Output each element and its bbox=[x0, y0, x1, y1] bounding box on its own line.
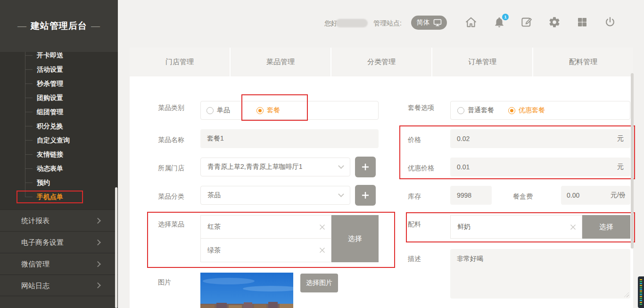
select-dishes-button[interactable]: 选择 bbox=[331, 215, 379, 262]
sidebar-item-group[interactable]: 组团管理 bbox=[0, 105, 118, 119]
radio-label: 单品 bbox=[217, 106, 230, 115]
dish-class-label: 菜品分类 bbox=[158, 192, 184, 201]
description-value: 非常好喝 bbox=[457, 255, 483, 262]
dish-image bbox=[200, 273, 293, 308]
discount-price-input[interactable]: 0.01 元 bbox=[450, 158, 630, 176]
sidebar-item-points[interactable]: 积分兑换 bbox=[0, 119, 118, 133]
price-label: 价格 bbox=[408, 136, 421, 144]
sidebar-section-wechat[interactable]: 微信管理 bbox=[0, 253, 118, 275]
gear-icon[interactable] bbox=[547, 16, 561, 30]
sidebar-item-reservation[interactable]: 预约 bbox=[0, 175, 118, 190]
selected-dish-value: 绿茶 bbox=[207, 246, 221, 255]
stock-value: 9998 bbox=[457, 191, 471, 199]
add-store-button[interactable] bbox=[355, 157, 376, 177]
select-ingredient-button[interactable]: 选择 bbox=[582, 215, 630, 239]
combo-option-radio-group: 普通套餐 优惠套餐 bbox=[450, 101, 630, 120]
tab-bar: 门店管理 菜品管理 分类管理 订单管理 配料管理 bbox=[130, 48, 633, 76]
sidebar-item-groupbuy[interactable]: 团购设置 bbox=[0, 91, 118, 105]
close-icon[interactable] bbox=[319, 224, 325, 230]
sidebar-item-links[interactable]: 友情链接 bbox=[0, 147, 118, 161]
sidebar-scrollbar[interactable] bbox=[115, 187, 117, 308]
sidebar-item-mobile-order[interactable]: 手机点单 bbox=[0, 190, 118, 204]
side-widget-stripe bbox=[640, 279, 642, 305]
plus-icon bbox=[361, 162, 370, 172]
description-textarea[interactable]: 非常好喝 bbox=[450, 249, 630, 299]
sidebar-item-custom-query[interactable]: 自定义查询 bbox=[0, 133, 118, 147]
selected-dish-row: 红茶 bbox=[200, 215, 331, 239]
section-label: 微信管理 bbox=[21, 260, 50, 268]
box-fee-value: 0.00 bbox=[567, 191, 579, 199]
chevron-right-icon bbox=[95, 283, 101, 289]
tab-category-management[interactable]: 分类管理 bbox=[331, 48, 431, 76]
section-label: 统计报表 bbox=[21, 216, 50, 225]
stock-input[interactable]: 9998 bbox=[450, 186, 492, 205]
power-icon[interactable] bbox=[603, 16, 617, 30]
tab-store-management[interactable]: 门店管理 bbox=[130, 48, 230, 76]
box-fee-unit: 元/份 bbox=[611, 191, 626, 200]
dish-name-label: 菜品名称 bbox=[158, 136, 184, 144]
chevron-down-icon bbox=[338, 191, 344, 197]
content-scrollbar[interactable] bbox=[631, 73, 634, 249]
combo-option-label: 套餐选项 bbox=[408, 104, 434, 112]
dish-class-select[interactable]: 茶品 bbox=[200, 186, 350, 205]
app-logo: — 建站管理后台 — bbox=[0, 0, 118, 52]
sidebar-item-dynamic-form[interactable]: 动态表单 bbox=[0, 161, 118, 175]
radio-combo[interactable]: 套餐 bbox=[256, 106, 280, 115]
language-button[interactable]: 简体 bbox=[411, 16, 447, 30]
dish-class-value: 茶品 bbox=[207, 191, 221, 200]
box-fee-input[interactable]: 0.00 元/份 bbox=[561, 186, 630, 205]
sidebar-item-activity[interactable]: 活动设置 bbox=[0, 62, 118, 76]
box-fee-label: 餐盒费 bbox=[513, 192, 533, 201]
price-unit: 元 bbox=[617, 134, 624, 143]
side-widget[interactable] bbox=[638, 276, 644, 308]
dish-name-value: 套餐1 bbox=[207, 134, 224, 143]
close-icon[interactable] bbox=[319, 247, 325, 253]
language-label: 简体 bbox=[417, 18, 430, 27]
radio-discount-combo[interactable]: 优惠套餐 bbox=[508, 106, 545, 115]
home-icon[interactable] bbox=[464, 16, 478, 30]
stock-label: 库存 bbox=[408, 192, 421, 201]
chevron-right-icon bbox=[95, 261, 101, 267]
close-icon[interactable] bbox=[570, 224, 576, 230]
username-redacted bbox=[336, 19, 368, 27]
sidebar-section-logs[interactable]: 网站日志 bbox=[0, 275, 118, 296]
tab-ingredient-management[interactable]: 配料管理 bbox=[533, 48, 633, 76]
tab-dish-management[interactable]: 菜品管理 bbox=[231, 48, 330, 76]
add-dish-class-button[interactable] bbox=[355, 185, 376, 206]
radio-single-dish[interactable]: 单品 bbox=[206, 106, 230, 115]
sidebar-item-seckill[interactable]: 秒杀管理 bbox=[0, 76, 118, 91]
main-area: 您好 管理站点: 简体 1 门店管理 菜品 bbox=[118, 0, 644, 308]
radio-label: 套餐 bbox=[267, 106, 280, 115]
radio-icon bbox=[256, 107, 264, 114]
screen: — 建站管理后台 — 开卡即送 活动设置 秒杀管理 团购设置 组团管理 积分兑换… bbox=[0, 0, 644, 308]
tab-order-management[interactable]: 订单管理 bbox=[432, 48, 532, 76]
sidebar: — 建站管理后台 — 开卡即送 活动设置 秒杀管理 团购设置 组团管理 积分兑换… bbox=[0, 0, 118, 308]
sidebar-section-stats[interactable]: 统计报表 bbox=[0, 209, 118, 231]
radio-normal-combo[interactable]: 普通套餐 bbox=[457, 106, 494, 115]
site-label: 管理站点: bbox=[373, 19, 402, 28]
ingredient-row: 鲜奶 bbox=[450, 215, 582, 239]
form-card: 菜品类别 单品 套餐 菜品名称 套餐1 所属门店 青青原上草2,青青原上草咖啡厅… bbox=[130, 76, 633, 308]
ingredient-value: 鲜奶 bbox=[457, 223, 471, 231]
store-select[interactable]: 青青原上草2,青青原上草咖啡厅1 bbox=[200, 158, 350, 176]
discount-price-unit: 元 bbox=[617, 163, 624, 171]
price-value: 0.02 bbox=[457, 135, 470, 142]
store-value: 青青原上草2,青青原上草咖啡厅1 bbox=[207, 163, 302, 171]
notification-badge: 1 bbox=[502, 14, 509, 20]
price-input[interactable]: 0.02 元 bbox=[450, 129, 630, 148]
sidebar-item-card-gift[interactable]: 开卡即送 bbox=[0, 48, 118, 62]
selected-dish-value: 红茶 bbox=[207, 223, 221, 231]
compose-icon[interactable] bbox=[520, 16, 534, 30]
discount-price-label: 优惠价格 bbox=[408, 164, 434, 173]
dish-name-input[interactable]: 套餐1 bbox=[200, 129, 379, 148]
radio-icon bbox=[457, 107, 464, 114]
logo-dash-left: — bbox=[17, 21, 27, 31]
chevron-right-icon bbox=[95, 239, 101, 245]
sidebar-section-ecommerce[interactable]: 电子商务设置 bbox=[0, 231, 118, 253]
grid-icon[interactable] bbox=[575, 16, 589, 30]
resize-handle[interactable] bbox=[624, 292, 629, 297]
bell-icon[interactable]: 1 bbox=[492, 16, 506, 30]
app-title: 建站管理后台 bbox=[31, 20, 87, 32]
section-label: 网站日志 bbox=[21, 282, 50, 290]
select-image-button[interactable]: 选择图片 bbox=[300, 274, 338, 292]
